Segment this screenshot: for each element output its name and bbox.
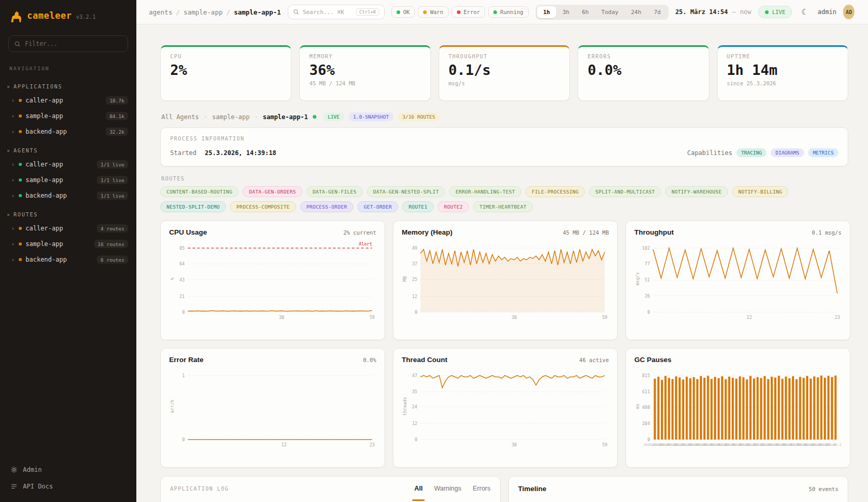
sidebar-filter[interactable]: [8, 35, 128, 52]
range-24h[interactable]: 24h: [625, 6, 648, 18]
chart-plot-thread-count: 012243547threads3059: [402, 369, 609, 449]
stat-card-throughput: THROUGHPUT0.1/smsg/s: [439, 45, 570, 101]
route-chip-timer-heartbeat[interactable]: TIMER-HEARTBEAT: [473, 201, 532, 212]
svg-text:59: 59: [369, 315, 375, 320]
chevron-right-icon: [11, 178, 15, 182]
stat-label: CPU: [170, 54, 282, 59]
agent-breadcrumb-bar: All Agents · sample-app · sample-app-1 L…: [161, 112, 847, 121]
route-chip-split-and-multicast[interactable]: SPLIT-AND-MULTICAST: [589, 186, 661, 197]
legend-dot-icon: [457, 10, 461, 14]
tab-errors[interactable]: Errors: [473, 485, 490, 492]
svg-text:59: 59: [602, 442, 607, 447]
svg-text:49: 49: [412, 246, 417, 251]
sidebar-item-applications-sample-app[interactable]: sample-app84.1k: [0, 108, 136, 124]
svg-text:2026-03-25: 2026-03-25: [824, 443, 841, 446]
range-7d[interactable]: 7d: [647, 6, 667, 18]
route-chip-notify-billing[interactable]: NOTIFY-BILLING: [732, 186, 788, 197]
route-chip-nested-split-demo[interactable]: NESTED-SPLIT-DEMO: [160, 201, 226, 212]
stat-card-uptime: UPTIME1h 14msince 25.3.2026: [717, 45, 848, 101]
legend-warn[interactable]: Warn: [418, 6, 448, 18]
route-chip-data-gen-files[interactable]: DATA-GEN-FILES: [307, 186, 363, 197]
sidebar-api-docs[interactable]: API Docs: [0, 478, 136, 495]
agentbar-separator: ·: [203, 113, 207, 121]
svg-text:12: 12: [282, 442, 287, 447]
chart-card-thread-count: Thread Count46 active012243547threads305…: [393, 348, 618, 468]
svg-text:47: 47: [412, 373, 417, 378]
svg-text:23: 23: [835, 315, 840, 320]
svg-text:204: 204: [642, 421, 650, 426]
legend-running[interactable]: Running: [488, 6, 528, 18]
stat-cards: CPU2%MEMORY36%45 MB / 124 MBTHROUGHPUT0.…: [160, 45, 848, 101]
route-chip-file-processing[interactable]: FILE-PROCESSING: [526, 186, 585, 197]
range-6h[interactable]: 6h: [576, 6, 595, 18]
application-log-card: APPLICATION LOG AllWarningsErrors: [160, 476, 501, 502]
capability-tracing: TRACING: [736, 148, 767, 157]
sidebar-section-header-routes[interactable]: ROUTES: [0, 203, 136, 221]
sidebar-item-routes-sample-app[interactable]: sample-app16 routes: [0, 236, 136, 252]
legend-ok[interactable]: OK: [391, 6, 415, 18]
sidebar-item-agents-backend-app[interactable]: backend-app1/1 live: [0, 188, 136, 203]
svg-text:0: 0: [415, 437, 417, 442]
sidebar-item-agents-caller-app[interactable]: caller-app1/1 live: [0, 157, 136, 172]
legend-error[interactable]: Error: [452, 6, 486, 18]
agentbar-app[interactable]: sample-app: [212, 113, 249, 121]
search-input[interactable]: [303, 9, 352, 16]
svg-text:30: 30: [279, 315, 284, 320]
filter-input[interactable]: [25, 40, 122, 47]
status-legend: OKWarnErrorRunning: [391, 6, 529, 18]
chevron-right-icon: [11, 242, 15, 246]
item-count-badge: 6 routes: [97, 255, 128, 264]
sidebar-admin[interactable]: Admin: [0, 461, 136, 478]
item-count-badge: 1/1 live: [97, 160, 128, 169]
sidebar-section-header-agents[interactable]: AGENTS: [0, 139, 136, 157]
breadcrumb-sample-app[interactable]: sample-app: [184, 8, 223, 16]
range-today[interactable]: Today: [595, 6, 624, 18]
sidebar-item-routes-caller-app[interactable]: caller-app4 routes: [0, 221, 136, 236]
route-chip-route2[interactable]: ROUTE2: [438, 201, 469, 212]
chart-title: Throughput: [634, 228, 674, 236]
item-count-badge: 4 routes: [97, 224, 128, 233]
range-1h[interactable]: 1h: [537, 6, 556, 18]
process-information-card: PROCESS INFORMATION Started 25.3.2026, 1…: [160, 127, 848, 166]
range-3h[interactable]: 3h: [556, 6, 576, 18]
route-chip-data-gen-nested-split[interactable]: DATA-GEN-NESTED-SPLIT: [367, 186, 445, 197]
avatar[interactable]: AD: [843, 5, 854, 19]
sidebar-item-agents-sample-app[interactable]: sample-app1/1 live: [0, 172, 136, 188]
agentbar-current: sample-app-1: [263, 113, 308, 121]
chevron-right-icon: [11, 114, 15, 118]
started-label: Started: [170, 149, 197, 157]
svg-text:12: 12: [412, 294, 417, 299]
route-chip-process-order[interactable]: PROCESS-ORDER: [300, 201, 353, 212]
route-chip-process-composite[interactable]: PROCESS-COMPOSITE: [230, 201, 296, 212]
sidebar-section-header-applications[interactable]: APPLICATIONS: [0, 75, 136, 93]
svg-text:0: 0: [182, 437, 185, 442]
route-chip-data-gen-orders[interactable]: DATA-GEN-ORDERS: [242, 186, 302, 197]
svg-text:611: 611: [642, 389, 650, 394]
sidebar-footer: AdminAPI Docs: [0, 456, 136, 502]
sidebar-item-applications-caller-app[interactable]: caller-app10.7k: [0, 93, 136, 108]
route-chip-content-based-routing[interactable]: CONTENT-BASED-ROUTING: [160, 186, 238, 197]
tab-warnings[interactable]: Warnings: [434, 485, 461, 492]
chart-plot-gc-pauses: 0204408611815ms2026-03-252026-03-252026-…: [634, 369, 841, 449]
chevron-right-icon: [11, 163, 15, 166]
breadcrumb-agents[interactable]: agents: [149, 8, 172, 16]
section-bullet-icon: [7, 86, 9, 88]
status-dot-icon: [19, 130, 22, 133]
route-chip-error-handling-test[interactable]: ERROR-HANDLING-TEST: [449, 186, 521, 197]
global-search[interactable]: Ctrl+K: [288, 5, 385, 19]
sidebar-item-applications-backend-app[interactable]: backend-app32.2k: [0, 124, 136, 139]
tab-all[interactable]: All: [414, 485, 423, 492]
route-chip-notify-warehouse[interactable]: NOTIFY-WAREHOUSE: [665, 186, 727, 197]
route-chip-get-order[interactable]: GET-ORDER: [358, 201, 398, 212]
live-toggle[interactable]: LIVE: [758, 6, 792, 18]
svg-text:0: 0: [647, 310, 650, 315]
sidebar-item-routes-backend-app[interactable]: backend-app6 routes: [0, 252, 136, 267]
theme-toggle[interactable]: ☾: [799, 4, 811, 20]
breadcrumb: agents/sample-app/sample-app-1: [149, 8, 281, 16]
route-chip-route1[interactable]: ROUTE1: [402, 201, 433, 212]
svg-text:%: %: [170, 277, 175, 280]
legend-label: Warn: [430, 9, 443, 15]
section-label: APPLICATIONS: [14, 84, 62, 89]
agentbar-all-agents[interactable]: All Agents: [161, 113, 199, 121]
chart-head: Memory (Heap)45 MB / 124 MB: [402, 228, 609, 236]
